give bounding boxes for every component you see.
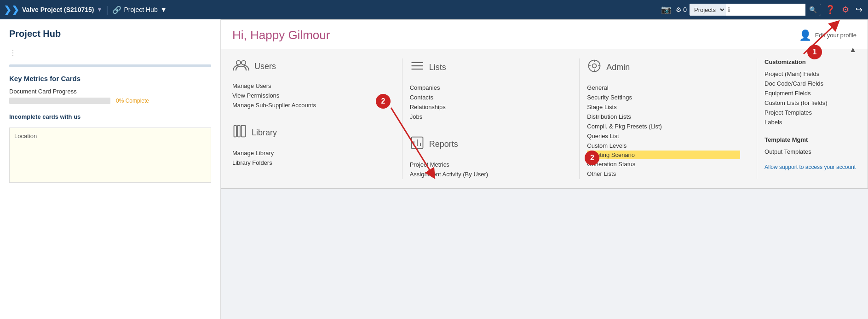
mega-menu-header: Hi, Happy Gilmour 👤 Edit your profile — [221, 20, 868, 49]
svg-rect-4 — [241, 126, 246, 137]
camera-icon-button[interactable]: 📷 — [659, 3, 673, 17]
svg-point-13 — [592, 64, 597, 68]
sidebar-drag-handle: ⋮ — [9, 48, 211, 57]
divider-2 — [579, 58, 580, 179]
brand-chevron-icon: ▼ — [97, 6, 102, 13]
users-column-header: Users — [232, 58, 385, 75]
incomplete-section: Incomplete cards with us — [9, 113, 211, 120]
progress-bar — [9, 98, 110, 104]
reports-icon — [410, 135, 425, 153]
menu-equipment-fields[interactable]: Equipment Fields — [765, 88, 857, 98]
menu-general[interactable]: General — [587, 83, 740, 93]
location-section: Location — [9, 128, 211, 183]
progress-label: Document Card Progress — [9, 88, 211, 95]
svg-rect-2 — [234, 126, 236, 137]
reports-column-header: Reports — [410, 135, 563, 153]
hub-chevron-icon: ▼ — [161, 6, 167, 13]
svg-point-0 — [236, 61, 241, 65]
profile-icon: 👤 — [799, 29, 811, 41]
menu-other-lists[interactable]: Other Lists — [587, 169, 740, 179]
menu-labels[interactable]: Labels — [765, 117, 857, 127]
search-input[interactable] — [732, 5, 805, 15]
search-bar: Projects ℹ 🔍 — [690, 4, 821, 16]
greeting-text: Hi, Happy Gilmour — [232, 28, 330, 42]
menu-distribution-lists[interactable]: Distribution Lists — [587, 112, 740, 122]
admin-column-header: Admin — [587, 58, 740, 76]
menu-jobs[interactable]: Jobs — [410, 112, 563, 122]
menu-project-main-fields[interactable]: Project (Main) Fields — [765, 69, 857, 79]
notifications-count: 0 — [683, 6, 687, 13]
right-column: ▲ Customization Project (Main) Fields Do… — [765, 58, 857, 179]
mega-menu-body: Users Manage Users View Permissions Mana… — [221, 49, 868, 188]
collapse-button[interactable]: ▲ — [849, 46, 857, 54]
lists-column: Lists Companies Contacts Relationships J… — [410, 58, 572, 179]
divider-1 — [402, 58, 402, 179]
lists-icon — [410, 58, 425, 76]
users-title: Users — [254, 62, 276, 71]
progress-section: Document Card Progress 0% Complete — [9, 88, 211, 104]
menu-manage-users[interactable]: Manage Users — [232, 81, 385, 91]
svg-rect-3 — [238, 126, 240, 137]
menu-generation-status[interactable]: Generation Status — [587, 159, 740, 169]
gear-icon: ⚙ — [676, 6, 682, 13]
key-metrics-title: Key Metrics for Cards — [9, 75, 211, 82]
nav-separator: | — [106, 5, 108, 15]
library-column-header: Library — [232, 124, 385, 142]
menu-output-templates[interactable]: Output Templates — [765, 147, 857, 157]
hub-label: Project Hub — [124, 6, 158, 13]
users-column: Users Manage Users View Permissions Mana… — [232, 58, 395, 179]
top-navigation: ❯❯ Valve Project (S210715) ▼ | 🔗 Project… — [0, 0, 868, 19]
main-layout: Project Hub ⋮ Key Metrics for Cards Docu… — [0, 19, 868, 319]
menu-routing-scenario[interactable]: Routing Scenario — [587, 151, 740, 159]
admin-column: Admin General Security Settings Stage Li… — [587, 58, 749, 179]
menu-contacts[interactable]: Contacts — [410, 93, 563, 102]
menu-security-settings[interactable]: Security Settings — [587, 93, 740, 102]
profile-section: 👤 Edit your profile — [799, 29, 857, 41]
template-mgmt-section-title: Template Mgmt — [765, 136, 857, 143]
menu-relationships[interactable]: Relationships — [410, 102, 563, 112]
menu-queries-list[interactable]: Queries List — [587, 131, 740, 141]
notifications-button[interactable]: ⚙ 0 — [676, 6, 687, 13]
menu-doc-code-card-fields[interactable]: Doc Code/Card Fields — [765, 79, 857, 88]
hub-icon: 🔗 — [112, 6, 121, 14]
location-label: Location — [14, 133, 206, 139]
help-button[interactable]: ❓ — [823, 3, 837, 17]
logout-button[interactable]: ↪ — [854, 3, 864, 17]
divider-3 — [757, 58, 757, 179]
info-icon: ℹ — [726, 6, 732, 13]
menu-project-metrics[interactable]: Project Metrics — [410, 160, 563, 169]
menu-manage-library[interactable]: Manage Library — [232, 148, 385, 158]
menu-project-templates[interactable]: Project Templates — [765, 108, 857, 117]
menu-manage-sub-supplier[interactable]: Manage Sub-Supplier Accounts — [232, 100, 385, 110]
incomplete-label: Incomplete cards with us — [9, 113, 80, 120]
customization-section-title: Customization — [765, 58, 857, 65]
profile-label[interactable]: Edit your profile — [815, 32, 857, 39]
brand-label: Valve Project (S210715) — [22, 6, 94, 13]
reports-title: Reports — [429, 139, 458, 149]
menu-compil-pkg-presets[interactable]: Compil. & Pkg Presets (List) — [587, 122, 740, 131]
brand-button[interactable]: ❯❯ Valve Project (S210715) ▼ — [4, 4, 102, 15]
mega-menu: Hi, Happy Gilmour 👤 Edit your profile — [221, 19, 868, 189]
support-link[interactable]: Allow support to access your account — [765, 164, 857, 170]
sidebar-title: Project Hub — [9, 29, 211, 39]
lists-column-header: Lists — [410, 58, 563, 76]
menu-library-folders[interactable]: Library Folders — [232, 158, 385, 168]
settings-button[interactable]: ⚙ — [840, 3, 851, 17]
library-title: Library — [252, 128, 277, 138]
lists-title: Lists — [429, 63, 446, 72]
menu-stage-lists[interactable]: Stage Lists — [587, 102, 740, 112]
menu-custom-levels[interactable]: Custom Levels — [587, 141, 740, 151]
menu-custom-lists-for-fields[interactable]: Custom Lists (for fields) — [765, 98, 857, 108]
menu-view-permissions[interactable]: View Permissions — [232, 91, 385, 100]
top-nav-right: 📷 ⚙ 0 Projects ℹ 🔍 ❓ ⚙ ↪ — [659, 3, 864, 17]
left-sidebar: Project Hub ⋮ Key Metrics for Cards Docu… — [0, 19, 221, 319]
progress-text: 0% Complete — [116, 98, 149, 104]
menu-companies[interactable]: Companies — [410, 83, 563, 93]
svg-point-1 — [241, 61, 246, 65]
library-icon — [232, 124, 247, 142]
users-icon — [232, 58, 250, 75]
menu-assignment-activity[interactable]: Assignment Activity (By User) — [410, 169, 563, 179]
hub-button[interactable]: 🔗 Project Hub ▼ — [112, 6, 167, 14]
search-button[interactable]: 🔍 — [805, 4, 821, 16]
search-category-select[interactable]: Projects — [690, 4, 726, 16]
